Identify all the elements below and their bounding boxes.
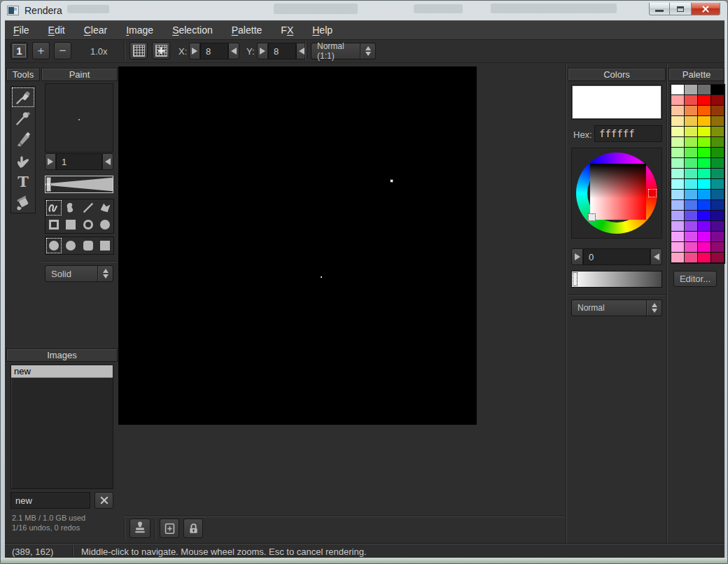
palette-swatch[interactable] xyxy=(711,95,724,106)
paint-mode-filled-oval-button[interactable] xyxy=(97,216,113,233)
palette-swatch[interactable] xyxy=(698,179,711,190)
palette-swatch[interactable] xyxy=(711,200,724,211)
paint-mode-polygon-button[interactable] xyxy=(97,199,113,216)
grid-toggle-button[interactable] xyxy=(130,42,148,59)
palette-swatch[interactable] xyxy=(685,148,698,158)
palette-swatch[interactable] xyxy=(698,85,711,95)
transparency-slider[interactable] xyxy=(571,271,662,288)
titlebar[interactable]: Rendera xyxy=(1,1,727,20)
palette-swatch[interactable] xyxy=(671,242,685,253)
palette-swatch[interactable] xyxy=(698,137,711,148)
palette-swatch[interactable] xyxy=(698,253,711,263)
palette-swatch[interactable] xyxy=(711,232,724,242)
palette-swatch[interactable] xyxy=(711,190,724,200)
palette-swatch[interactable] xyxy=(698,116,711,127)
palette-swatch[interactable] xyxy=(671,148,685,158)
origin-button[interactable] xyxy=(160,519,179,538)
zoom-in-button[interactable]: + xyxy=(32,42,50,59)
palette-swatch[interactable] xyxy=(671,211,685,221)
image-name-input[interactable]: new xyxy=(10,492,90,509)
zoom-out-button[interactable]: − xyxy=(54,42,71,59)
menu-fx[interactable]: FX xyxy=(281,24,293,36)
grid-x-decrement-button[interactable] xyxy=(189,43,200,59)
palette-swatch[interactable] xyxy=(711,169,724,179)
view-mode-dropdown[interactable]: Normal (1:1) xyxy=(311,43,376,59)
palette-swatch[interactable] xyxy=(698,200,711,211)
palette-swatch[interactable] xyxy=(671,116,685,127)
tool-knife-button[interactable] xyxy=(11,129,35,150)
tool-offset-button[interactable] xyxy=(11,150,35,171)
palette-swatch[interactable] xyxy=(685,190,698,200)
clone-button[interactable] xyxy=(130,519,150,538)
paint-canvas[interactable] xyxy=(118,66,477,425)
tool-text-button[interactable]: T xyxy=(11,171,35,192)
palette-swatch[interactable] xyxy=(698,148,711,158)
palette-swatch[interactable] xyxy=(671,190,685,200)
palette-swatch[interactable] xyxy=(698,232,711,242)
palette-swatch[interactable] xyxy=(698,221,711,232)
palette-swatch[interactable] xyxy=(671,85,685,95)
palette-swatch[interactable] xyxy=(671,106,685,116)
palette-swatch[interactable] xyxy=(711,253,724,263)
paint-mode-oval-button[interactable] xyxy=(80,216,97,233)
paint-mode-rect-button[interactable] xyxy=(46,216,62,233)
slider-handle[interactable] xyxy=(46,177,51,192)
slider-handle[interactable] xyxy=(573,272,578,286)
palette-swatch[interactable] xyxy=(698,95,711,106)
page-button[interactable]: 1 xyxy=(10,42,28,59)
palette-swatch[interactable] xyxy=(685,232,698,242)
palette-swatch[interactable] xyxy=(698,190,711,200)
menu-clear[interactable]: Clear xyxy=(84,24,107,36)
edge-square-button[interactable] xyxy=(97,237,113,254)
paint-mode-region-button[interactable] xyxy=(62,199,79,216)
palette-swatch[interactable] xyxy=(671,232,685,242)
palette-swatch[interactable] xyxy=(685,221,698,232)
palette-swatch[interactable] xyxy=(671,253,685,263)
palette-swatch[interactable] xyxy=(698,169,711,179)
palette-editor-button[interactable]: Editor... xyxy=(673,271,717,287)
palette-swatch[interactable] xyxy=(711,211,724,221)
tool-paint-button[interactable] xyxy=(11,87,35,108)
grid-x-increment-button[interactable] xyxy=(228,43,239,59)
paint-mode-filled-rect-button[interactable] xyxy=(62,216,79,233)
color-value-decrement-button[interactable] xyxy=(571,248,583,265)
grid-y-increment-button[interactable] xyxy=(296,43,307,59)
palette-swatch[interactable] xyxy=(685,253,698,263)
menu-selection[interactable]: Selection xyxy=(172,24,213,36)
palette-swatch[interactable] xyxy=(711,158,724,169)
palette-swatch[interactable] xyxy=(698,211,711,221)
palette-swatch[interactable] xyxy=(685,95,698,106)
palette-swatch[interactable] xyxy=(671,95,685,106)
menu-help[interactable]: Help xyxy=(312,24,332,36)
paint-mode-line-button[interactable] xyxy=(80,199,97,216)
images-list[interactable]: new xyxy=(10,365,113,489)
paint-mode-freehand-button[interactable] xyxy=(46,199,62,216)
palette-swatch[interactable] xyxy=(685,85,698,95)
color-wheel[interactable] xyxy=(571,148,662,239)
grid-y-decrement-button[interactable] xyxy=(257,43,268,59)
palette-swatch[interactable] xyxy=(671,127,685,137)
menu-file[interactable]: File xyxy=(13,24,29,36)
saturation-value-square[interactable] xyxy=(590,164,646,220)
palette-swatch[interactable] xyxy=(711,116,724,127)
hue-marker[interactable] xyxy=(648,189,657,197)
palette-swatch[interactable] xyxy=(711,242,724,253)
sv-marker[interactable] xyxy=(588,213,596,221)
tool-getcolor-button[interactable] xyxy=(11,108,35,129)
edge-round-button[interactable] xyxy=(62,237,79,254)
palette-swatch[interactable] xyxy=(685,127,698,137)
palette-swatch[interactable] xyxy=(698,158,711,169)
fill-mode-dropdown[interactable]: Solid xyxy=(45,265,113,282)
palette-swatch[interactable] xyxy=(685,116,698,127)
palette-swatch[interactable] xyxy=(685,211,698,221)
palette-swatch[interactable] xyxy=(711,85,724,95)
palette-swatch[interactable] xyxy=(671,179,685,190)
grid-y-value[interactable]: 8 xyxy=(268,43,296,59)
grid-snap-button[interactable] xyxy=(152,42,170,59)
palette-swatch[interactable] xyxy=(685,179,698,190)
menu-edit[interactable]: Edit xyxy=(48,24,65,36)
palette-swatch[interactable] xyxy=(711,137,724,148)
image-list-item[interactable]: new xyxy=(11,365,113,378)
palette-swatch[interactable] xyxy=(671,200,685,211)
color-value-field[interactable]: 0 xyxy=(583,248,650,265)
